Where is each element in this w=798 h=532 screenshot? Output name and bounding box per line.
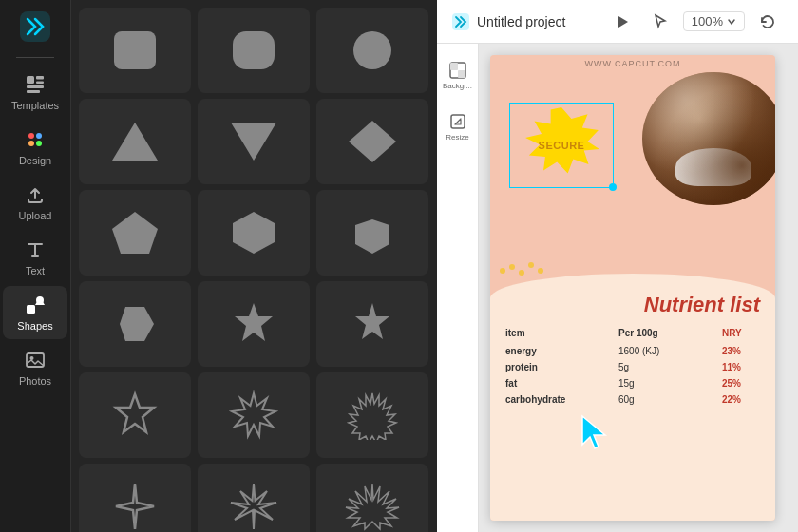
sidebar-item-label-photos: Photos <box>19 375 51 387</box>
shape-circle[interactable] <box>316 8 428 93</box>
undo-button[interactable] <box>752 7 783 37</box>
shape-star-5pt[interactable] <box>316 281 428 367</box>
shape-hexagon-flat[interactable] <box>198 190 310 276</box>
whipped-cream <box>675 148 751 186</box>
cursor-button[interactable] <box>645 7 675 37</box>
shape-star-outline-12[interactable] <box>316 372 428 458</box>
nutrient-section: Nutrient list item Per 100g NRY energy 1… <box>490 274 775 521</box>
sidebar-item-text[interactable]: Text <box>3 231 67 284</box>
svg-rect-40 <box>458 70 466 78</box>
design-icon <box>24 128 47 151</box>
sidebar-item-photos[interactable]: Photos <box>3 341 67 394</box>
svg-rect-2 <box>36 76 44 80</box>
svg-point-8 <box>28 141 34 146</box>
zoom-control[interactable]: 100% <box>683 11 745 31</box>
protein-nry: 11% <box>722 362 760 372</box>
watermark: WWW.CAPCUT.COM <box>490 55 775 72</box>
secure-badge-wrapper: SECURE <box>509 103 614 188</box>
shapes-icon <box>24 294 47 316</box>
shape-spiky-star-3[interactable] <box>316 464 428 532</box>
shapes-grid <box>71 0 437 532</box>
sidebar: Templates Design Upload <box>0 0 71 532</box>
shape-rounded-square[interactable] <box>79 8 191 93</box>
pie-image <box>642 72 775 205</box>
svg-rect-13 <box>27 353 44 367</box>
svg-point-14 <box>30 356 34 360</box>
sidebar-item-design[interactable]: Design <box>3 121 67 174</box>
shape-diamond[interactable] <box>316 99 428 184</box>
svg-point-6 <box>28 133 34 139</box>
text-icon <box>24 238 47 261</box>
editor-toolbar: Untitled project 100% <box>437 0 798 44</box>
sidebar-item-shapes[interactable]: Shapes <box>3 286 67 339</box>
resize-tool-label: Resize <box>446 133 468 142</box>
shape-hexagon-tall[interactable] <box>79 281 191 367</box>
carbohydrate-value: 60g <box>618 394 685 405</box>
secure-text: SECURE <box>539 140 585 151</box>
nutrient-row-protein: protein 5g 11% <box>505 359 760 375</box>
shape-spiky-star-1[interactable] <box>79 464 191 532</box>
svg-marker-21 <box>112 212 158 254</box>
svg-rect-3 <box>36 82 44 85</box>
fat-value: 15g <box>618 378 685 389</box>
toolbar-actions: 100% <box>607 7 783 37</box>
svg-marker-31 <box>231 484 276 529</box>
svg-marker-26 <box>355 303 390 339</box>
side-tools: Backgr... Resize <box>437 44 479 532</box>
nutrient-row-fat: fat 15g 25% <box>505 375 760 391</box>
chevron-down-icon <box>727 17 736 27</box>
resize-tool[interactable]: Resize <box>441 103 475 150</box>
sidebar-item-upload[interactable]: Upload <box>3 176 67 229</box>
shape-star-outline-6[interactable] <box>79 372 191 458</box>
svg-rect-16 <box>233 31 275 69</box>
sidebar-item-label-design: Design <box>19 155 51 166</box>
svg-marker-24 <box>120 307 154 341</box>
svg-marker-28 <box>232 393 276 436</box>
svg-rect-5 <box>27 90 40 93</box>
sidebar-divider <box>16 57 54 58</box>
fat-label: fat <box>505 378 581 389</box>
shape-star-outline-8[interactable] <box>198 372 310 458</box>
svg-marker-25 <box>235 303 273 341</box>
shape-star-6[interactable] <box>198 281 310 367</box>
templates-icon <box>24 73 47 96</box>
nutrient-row-carbohydrate: carbohydrate 60g 22% <box>505 391 760 408</box>
canvas-area: WWW.CAPCUT.COM SECURE <box>479 44 798 532</box>
play-button[interactable] <box>607 7 637 37</box>
sidebar-item-label-shapes: Shapes <box>17 320 52 332</box>
shape-hexagon-wide[interactable] <box>316 190 428 276</box>
svg-rect-39 <box>450 63 458 70</box>
sidebar-item-label-upload: Upload <box>19 210 52 221</box>
shape-spiky-star-2[interactable] <box>198 464 310 532</box>
editor-panel: Untitled project 100% <box>437 0 798 532</box>
sidebar-item-label-text: Text <box>26 265 45 276</box>
shape-triangle-down[interactable] <box>198 99 310 184</box>
upload-icon <box>24 183 47 206</box>
svg-marker-27 <box>116 394 154 432</box>
sidebar-item-templates[interactable]: Templates <box>3 66 67 119</box>
shape-pentagon[interactable] <box>79 190 191 276</box>
svg-marker-18 <box>112 123 158 161</box>
capcut-icon <box>452 13 469 30</box>
header-per100g: Per 100g <box>618 328 685 338</box>
nutrient-table: item Per 100g NRY energy 1600 (KJ) 23% p… <box>505 325 760 408</box>
svg-marker-19 <box>231 123 276 161</box>
background-tool[interactable]: Backgr... <box>441 51 475 99</box>
carbohydrate-label: carbohydrate <box>505 394 581 405</box>
shape-triangle-up[interactable] <box>79 99 191 184</box>
photos-icon <box>24 349 47 371</box>
svg-point-17 <box>353 31 391 69</box>
design-canvas: WWW.CAPCUT.COM SECURE <box>490 55 775 521</box>
svg-rect-1 <box>27 76 34 84</box>
svg-marker-29 <box>349 393 396 440</box>
background-tool-label: Backgr... <box>443 82 472 90</box>
svg-rect-4 <box>27 86 44 88</box>
nutrient-title: Nutrient list <box>505 293 760 317</box>
fat-nry: 25% <box>722 378 760 389</box>
header-item: item <box>505 328 581 338</box>
nutrient-header-row: item Per 100g NRY <box>505 325 760 341</box>
project-title: Untitled project <box>477 14 599 29</box>
editor-body: Backgr... Resize WWW.CAPCUT.COM <box>437 44 798 532</box>
svg-marker-37 <box>618 16 628 28</box>
shape-rounded-square-2[interactable] <box>198 8 310 93</box>
